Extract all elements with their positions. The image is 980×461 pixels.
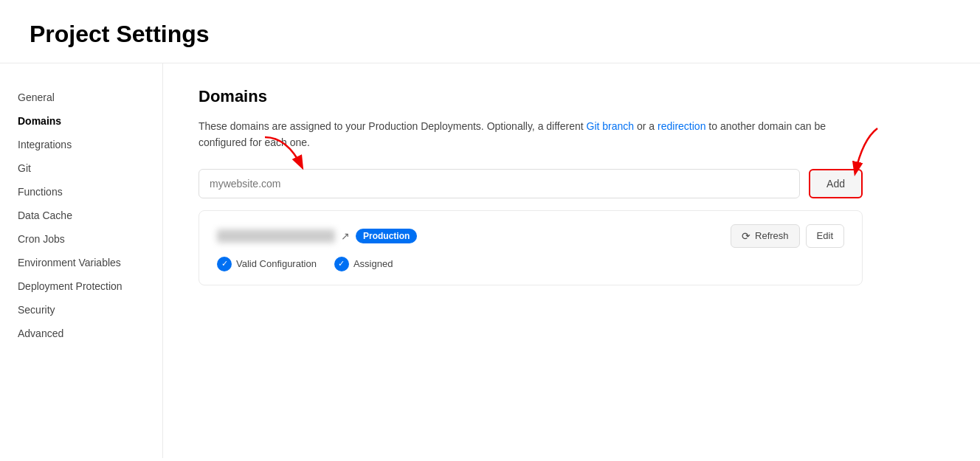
page-title: Project Settings	[30, 21, 950, 48]
sidebar: General Domains Integrations Git Functio…	[0, 63, 162, 458]
main-content: Domains These domains are assigned to yo…	[162, 63, 980, 458]
sidebar-item-env-vars[interactable]: Environment Variables	[18, 252, 145, 273]
description-text-1: These domains are assigned to your Produ…	[199, 120, 587, 132]
redirection-link[interactable]: redirection	[658, 120, 705, 132]
domain-card-header: ↗ Production ⟳ Refresh Edit	[217, 224, 844, 248]
sidebar-item-git[interactable]: Git	[18, 158, 145, 178]
sidebar-item-integrations[interactable]: Integrations	[18, 134, 145, 155]
refresh-label: Refresh	[755, 230, 789, 241]
valid-config-check-icon: ✓	[217, 257, 232, 271]
domain-name-blurred	[217, 229, 335, 243]
add-domain-button[interactable]: Add	[809, 169, 863, 198]
edit-button[interactable]: Edit	[806, 224, 844, 248]
domain-card: ↗ Production ⟳ Refresh Edit ✓ Valid Conf…	[199, 210, 863, 285]
domain-name-section: ↗ Production	[217, 229, 417, 243]
external-link-icon[interactable]: ↗	[341, 230, 350, 242]
domain-input-area: Add	[199, 169, 863, 198]
assigned-check-icon: ✓	[334, 257, 349, 271]
description-text-2: or a	[634, 120, 658, 132]
valid-config-status: ✓ Valid Configuration	[217, 257, 317, 271]
section-heading: Domains	[199, 87, 945, 106]
production-badge: Production	[356, 229, 417, 243]
valid-config-label: Valid Configuration	[236, 258, 317, 269]
sidebar-item-deployment-protection[interactable]: Deployment Protection	[18, 276, 145, 297]
sidebar-item-advanced[interactable]: Advanced	[18, 323, 145, 344]
git-branch-link[interactable]: Git branch	[587, 120, 635, 132]
domain-input-row: Add	[199, 169, 863, 198]
sidebar-item-cron-jobs[interactable]: Cron Jobs	[18, 229, 145, 249]
sidebar-item-domains[interactable]: Domains	[18, 111, 145, 131]
domain-actions: ⟳ Refresh Edit	[731, 224, 844, 248]
assigned-status: ✓ Assigned	[334, 257, 393, 271]
sidebar-item-functions[interactable]: Functions	[18, 181, 145, 202]
sidebar-item-general[interactable]: General	[18, 87, 145, 108]
refresh-icon: ⟳	[742, 230, 750, 242]
sidebar-item-data-cache[interactable]: Data Cache	[18, 205, 145, 226]
refresh-button[interactable]: ⟳ Refresh	[731, 224, 800, 248]
domain-status-row: ✓ Valid Configuration ✓ Assigned	[217, 257, 844, 271]
sidebar-item-security[interactable]: Security	[18, 299, 145, 320]
assigned-label: Assigned	[353, 258, 393, 269]
section-description: These domains are assigned to your Produ…	[199, 118, 833, 151]
domain-input[interactable]	[199, 169, 800, 198]
